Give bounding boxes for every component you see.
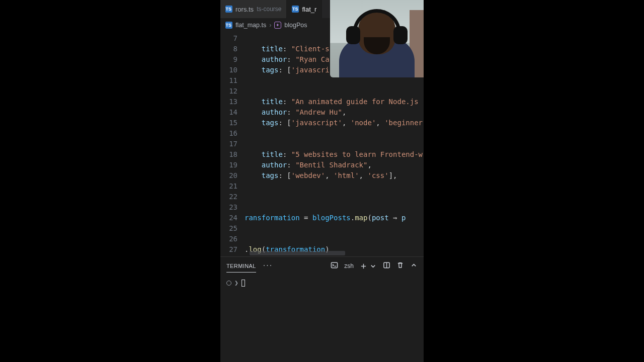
line-number: 15: [220, 118, 245, 128]
code-line[interactable]: 22: [220, 192, 424, 202]
webcam-overlay: [330, 0, 424, 77]
line-number: 7: [220, 33, 245, 44]
line-number: 27: [220, 244, 245, 255]
chevron-right-icon: ›: [269, 22, 271, 29]
code-line[interactable]: 12: [220, 86, 424, 97]
panel-tab-bar: TERMINAL ··· zsh: [220, 257, 424, 275]
terminal-cursor: [242, 280, 245, 287]
line-number: 11: [220, 75, 245, 86]
line-number: 20: [220, 170, 245, 181]
typescript-icon: TS: [225, 22, 232, 29]
breadcrumb-file: flat_map.ts: [235, 22, 266, 29]
bottom-panel: TERMINAL ··· zsh: [220, 256, 424, 362]
line-number: 14: [220, 107, 245, 118]
line-number: 9: [220, 54, 245, 65]
code-line[interactable]: 18 title: "5 websites to learn Frontend-…: [220, 149, 424, 160]
split-terminal-icon[interactable]: [383, 261, 390, 271]
code-line[interactable]: 15 tags: ['javascript', 'node', 'beginne…: [220, 118, 424, 128]
tab-inactive[interactable]: TS rors.ts ts-course: [220, 0, 287, 18]
tab-filename: flat_r: [302, 6, 316, 13]
line-number: 16: [220, 128, 245, 139]
line-number: 21: [220, 181, 245, 192]
tab-filename: rors.ts: [235, 6, 254, 13]
line-number: 12: [220, 86, 245, 97]
line-number: 23: [220, 202, 245, 213]
new-terminal-button[interactable]: [360, 262, 377, 270]
tab-folder: ts-course: [257, 6, 281, 13]
line-number: 17: [220, 139, 245, 149]
prompt-symbol: ❯: [234, 279, 238, 287]
panel-overflow-menu[interactable]: ···: [263, 261, 273, 271]
typescript-icon: TS: [225, 6, 232, 13]
line-number: 25: [220, 223, 245, 234]
tab-active[interactable]: TS flat_r: [287, 0, 322, 18]
code-line[interactable]: 17: [220, 139, 424, 149]
code-line[interactable]: 23: [220, 202, 424, 213]
typescript-icon: TS: [292, 6, 299, 13]
panel-toolbar: zsh: [331, 261, 418, 271]
line-number: 18: [220, 149, 245, 160]
code-line[interactable]: 26: [220, 234, 424, 244]
symbol-variable-icon: ✦: [274, 22, 281, 29]
code-line[interactable]: 25: [220, 223, 424, 234]
code-line[interactable]: 13 title: "An animated guide for Node.js: [220, 97, 424, 107]
line-number: 24: [220, 213, 245, 223]
line-number: 13: [220, 97, 245, 107]
shell-name[interactable]: zsh: [344, 262, 354, 269]
code-line[interactable]: 24ransformation = blogPosts.map(post ⇒ p: [220, 213, 424, 223]
horizontal-scrollbar[interactable]: [250, 251, 345, 255]
line-number: 22: [220, 192, 245, 202]
line-number: 19: [220, 160, 245, 170]
chevron-down-icon[interactable]: [369, 262, 377, 270]
vscode-window: TS rors.ts ts-course TS flat_r TS flat_m…: [220, 0, 424, 362]
code-line[interactable]: 16: [220, 128, 424, 139]
line-number: 10: [220, 65, 245, 75]
terminal-body[interactable]: ❯: [220, 275, 424, 362]
terminal-launch-icon[interactable]: [331, 261, 338, 271]
trash-icon[interactable]: [396, 261, 404, 271]
line-number: 26: [220, 234, 245, 244]
code-line[interactable]: 20 tags: ['webdev', 'html', 'css'],: [220, 170, 424, 181]
code-line[interactable]: 14 author: "Andrew Hu",: [220, 107, 424, 118]
prompt-status-icon: [226, 281, 231, 286]
chevron-up-icon[interactable]: [410, 261, 418, 271]
line-number: 8: [220, 44, 245, 54]
code-line[interactable]: 19 author: "Bentil Shadrack",: [220, 160, 424, 170]
code-line[interactable]: 21: [220, 181, 424, 192]
panel-tab-terminal[interactable]: TERMINAL: [226, 260, 256, 273]
svg-rect-0: [332, 262, 338, 267]
breadcrumb-symbol: blogPos: [284, 22, 307, 29]
